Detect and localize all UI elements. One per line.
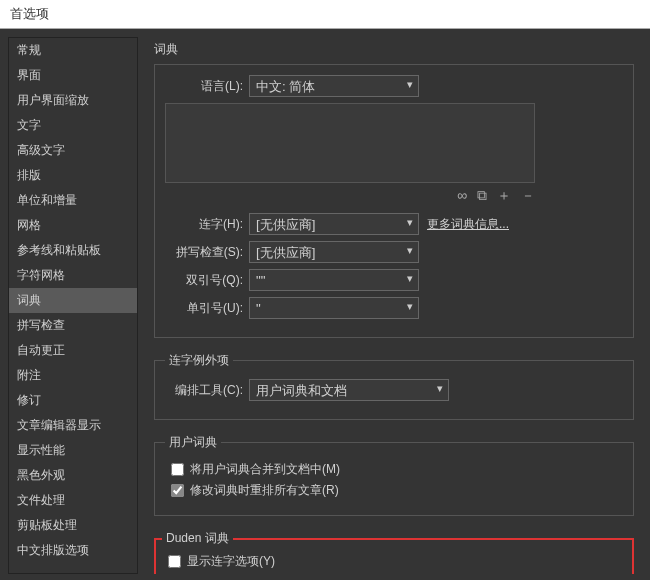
hyphen-exception-legend: 连字例外项 bbox=[165, 352, 233, 369]
user-dict-fieldset: 用户词典 将用户词典合并到文档中(M) 修改词典时重排所有文章(R) bbox=[154, 434, 634, 516]
spellcheck-select[interactable]: [无供应商] bbox=[249, 241, 419, 263]
more-dict-info-link[interactable]: 更多词典信息... bbox=[427, 216, 509, 233]
sidebar-item[interactable]: 修订 bbox=[9, 388, 137, 413]
sidebar-item[interactable]: 用户界面缩放 bbox=[9, 88, 137, 113]
user-dict-legend: 用户词典 bbox=[165, 434, 221, 451]
hyphen-label: 连字(H): bbox=[165, 216, 243, 233]
sidebar-item[interactable]: 字符网格 bbox=[9, 263, 137, 288]
sidebar-item[interactable]: 词典 bbox=[9, 288, 137, 313]
merge-label[interactable]: 将用户词典合并到文档中(M) bbox=[190, 461, 340, 478]
duden-show-hyphen-label[interactable]: 显示连字选项(Y) bbox=[187, 553, 275, 570]
dictionary-list-area bbox=[165, 103, 535, 183]
sidebar-item[interactable]: 界面 bbox=[9, 63, 137, 88]
panel-title: 词典 bbox=[154, 41, 634, 58]
sidebar-item[interactable]: 单位和增量 bbox=[9, 188, 137, 213]
sidebar-item[interactable]: 黑色外观 bbox=[9, 463, 137, 488]
singlequote-select[interactable]: " bbox=[249, 297, 419, 319]
window-titlebar: 首选项 bbox=[0, 0, 650, 29]
sidebar-item[interactable]: 自动更正 bbox=[9, 338, 137, 363]
link-icon[interactable]: ∞ bbox=[457, 187, 467, 205]
sidebar-item[interactable]: 参考线和粘贴板 bbox=[9, 238, 137, 263]
compose-select[interactable]: 用户词典和文档 bbox=[249, 379, 449, 401]
hyphen-select[interactable]: [无供应商] bbox=[249, 213, 419, 235]
duden-show-hyphen-checkbox[interactable] bbox=[168, 555, 181, 568]
relink-icon[interactable]: ⧉ bbox=[477, 187, 487, 205]
sidebar-item[interactable]: 常规 bbox=[9, 38, 137, 63]
dictionary-toolbar: ∞ ⧉ ＋ － bbox=[165, 187, 535, 205]
duden-legend: Duden 词典 bbox=[162, 530, 233, 547]
main-area: 常规界面用户界面缩放文字高级文字排版单位和增量网格参考线和粘贴板字符网格词典拼写… bbox=[0, 29, 650, 580]
singlequote-label: 单引号(U): bbox=[165, 300, 243, 317]
sidebar-item[interactable]: 附注 bbox=[9, 363, 137, 388]
sidebar-item[interactable]: 中文排版选项 bbox=[9, 538, 137, 563]
merge-checkbox[interactable] bbox=[171, 463, 184, 476]
sidebar-item[interactable]: 文件处理 bbox=[9, 488, 137, 513]
minus-icon[interactable]: － bbox=[521, 187, 535, 205]
language-fieldset: 语言(L): 中文: 简体 ∞ ⧉ ＋ － 连字(H): [无供应商] bbox=[154, 64, 634, 338]
content-panel: 词典 语言(L): 中文: 简体 ∞ ⧉ ＋ － 连字(H): bbox=[146, 37, 642, 574]
hyphen-exception-fieldset: 连字例外项 编排工具(C): 用户词典和文档 bbox=[154, 352, 634, 420]
recompose-checkbox[interactable] bbox=[171, 484, 184, 497]
doublequote-label: 双引号(Q): bbox=[165, 272, 243, 289]
preferences-sidebar: 常规界面用户界面缩放文字高级文字排版单位和增量网格参考线和粘贴板字符网格词典拼写… bbox=[8, 37, 138, 574]
sidebar-item[interactable]: 文字 bbox=[9, 113, 137, 138]
sidebar-item[interactable]: 文章编辑器显示 bbox=[9, 413, 137, 438]
window-title: 首选项 bbox=[10, 6, 49, 21]
compose-label: 编排工具(C): bbox=[165, 382, 243, 399]
sidebar-item[interactable]: 显示性能 bbox=[9, 438, 137, 463]
plus-icon[interactable]: ＋ bbox=[497, 187, 511, 205]
sidebar-item[interactable]: 剪贴板处理 bbox=[9, 513, 137, 538]
language-label: 语言(L): bbox=[165, 78, 243, 95]
spellcheck-label: 拼写检查(S): bbox=[165, 244, 243, 261]
duden-fieldset: Duden 词典 显示连字选项(Y) i Duden 词典可提供更加准确的德语连… bbox=[154, 530, 634, 574]
sidebar-item[interactable]: 网格 bbox=[9, 213, 137, 238]
recompose-label[interactable]: 修改词典时重排所有文章(R) bbox=[190, 482, 339, 499]
sidebar-item[interactable]: 排版 bbox=[9, 163, 137, 188]
language-select[interactable]: 中文: 简体 bbox=[249, 75, 419, 97]
doublequote-select[interactable]: "" bbox=[249, 269, 419, 291]
sidebar-item[interactable]: 高级文字 bbox=[9, 138, 137, 163]
sidebar-item[interactable]: 拼写检查 bbox=[9, 313, 137, 338]
